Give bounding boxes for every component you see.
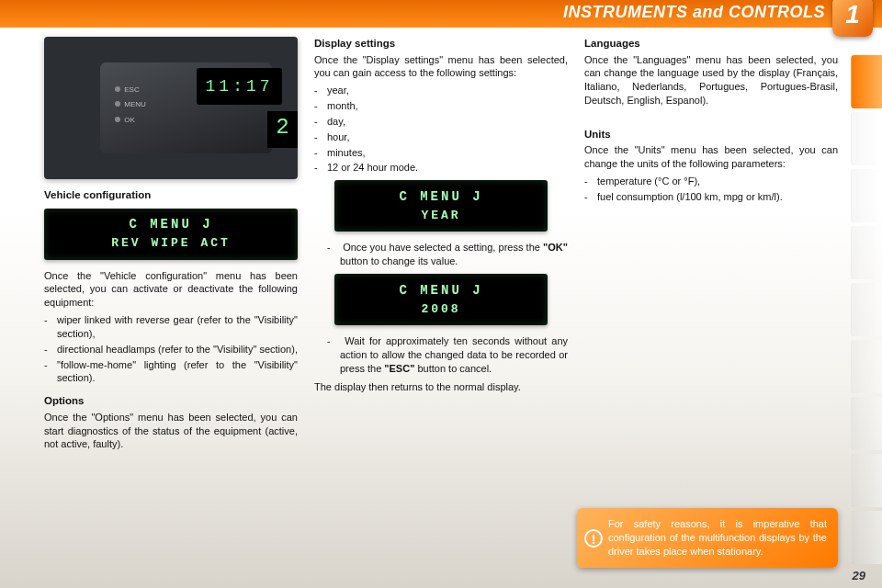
- list-item: 12 or 24 hour mode.: [314, 161, 568, 175]
- display-settings-outro: The display then returns to the normal d…: [314, 380, 568, 394]
- list-item: temperature (°C or °F),: [584, 175, 838, 188]
- content-columns: ESC MENU OK 11:17 2 Vehicle configuratio…: [44, 37, 838, 570]
- btn-ok-label: OK: [124, 116, 135, 124]
- side-tab: [851, 112, 882, 165]
- list-item: directional headlamps (refer to the "Vis…: [44, 343, 298, 356]
- lcd-line1: C MENU J: [399, 282, 482, 300]
- header-bar: INSTRUMENTS and CONTROLS 1: [0, 0, 882, 28]
- list-item: day,: [314, 115, 568, 129]
- safety-warning-box: ! For safety reasons, it is imperative t…: [577, 508, 838, 568]
- side-tabs: [851, 55, 882, 568]
- display-settings-list: year, month, day, hour, minutes, 12 or 2…: [314, 84, 568, 175]
- languages-heading: Languages: [584, 37, 838, 51]
- side-tab-active: [851, 55, 882, 108]
- options-body: Once the "Options" menu has been selecte…: [44, 411, 298, 452]
- units-heading: Units: [584, 128, 838, 142]
- column-left: ESC MENU OK 11:17 2 Vehicle configuratio…: [44, 37, 298, 570]
- vehicle-config-list: wiper linked with reverse gear (refer to…: [44, 313, 298, 385]
- display-settings-intro: Once the "Display settings" menu has bee…: [314, 53, 568, 81]
- lcd-menu-year: C MENU J YEAR: [334, 180, 548, 232]
- units-list: temperature (°C or °F), fuel consumption…: [584, 175, 838, 204]
- page-number: 29: [853, 569, 865, 582]
- side-tab: [851, 454, 882, 507]
- dashboard-buttons: ESC MENU OK: [115, 80, 146, 131]
- btn-esc-label: ESC: [124, 85, 139, 94]
- side-tab: [851, 397, 882, 450]
- step-bold: "OK": [543, 242, 568, 253]
- list-item: hour,: [314, 130, 568, 144]
- step-text: button to change its value.: [340, 255, 458, 266]
- vehicle-config-heading: Vehicle configuration: [44, 188, 298, 203]
- step-bold: "ESC": [384, 363, 414, 374]
- lcd-line2: REV WIPE ACT: [111, 235, 231, 252]
- lcd-menu-revwipe: C MENU J REV WIPE ACT: [44, 209, 298, 260]
- list-item: "follow-me-home" lighting (refer to the …: [44, 358, 298, 386]
- section-number-badge: 1: [832, 0, 873, 37]
- languages-body: Once the "Languages" menu has been selec…: [584, 53, 838, 107]
- dashboard-clock: 11:17: [197, 68, 283, 105]
- dashboard-digit-edge: 2: [267, 111, 298, 148]
- warning-text: For safety reasons, it is imperative tha…: [608, 518, 827, 557]
- step-esc: Wait for approximately ten seconds witho…: [327, 334, 568, 376]
- lcd-line2: YEAR: [421, 208, 460, 224]
- list-item: year,: [314, 84, 568, 97]
- lcd-line2: 2008: [421, 301, 460, 318]
- list-item: fuel consumption (l/100 km, mpg or km/l)…: [584, 190, 838, 204]
- step-list-1: Once you have selected a setting, press …: [327, 241, 568, 268]
- step-list-2: Wait for approximately ten seconds witho…: [327, 334, 568, 376]
- units-intro: Once the "Units" menu has been selected,…: [584, 143, 838, 171]
- side-tab: [851, 511, 882, 564]
- side-tab: [851, 283, 882, 336]
- step-text: button to cancel.: [414, 363, 492, 374]
- side-tab: [851, 340, 882, 393]
- btn-menu-label: MENU: [124, 100, 146, 108]
- header-title: INSTRUMENTS and CONTROLS: [563, 3, 825, 22]
- vehicle-config-intro: Once the "Vehicle configuration" menu ha…: [44, 269, 298, 311]
- lcd-line1: C MENU J: [399, 188, 482, 206]
- step-ok: Once you have selected a setting, press …: [327, 241, 568, 268]
- step-text: Once you have selected a setting, press …: [343, 242, 543, 253]
- dashboard-photo: ESC MENU OK 11:17 2: [44, 37, 298, 179]
- warning-icon: !: [584, 529, 603, 548]
- lcd-menu-2008: C MENU J 2008: [334, 274, 548, 325]
- list-item: month,: [314, 99, 568, 113]
- lcd-line1: C MENU J: [129, 216, 212, 233]
- display-settings-heading: Display settings: [314, 37, 568, 51]
- side-tab: [851, 226, 882, 279]
- manual-page: INSTRUMENTS and CONTROLS 1 ESC MENU OK 1…: [0, 0, 882, 588]
- list-item: wiper linked with reverse gear (refer to…: [44, 313, 298, 341]
- column-right: Languages Once the "Languages" menu has …: [584, 37, 838, 570]
- side-tab: [851, 169, 882, 222]
- column-middle: Display settings Once the "Display setti…: [314, 37, 568, 570]
- options-heading: Options: [44, 394, 298, 409]
- list-item: minutes,: [314, 146, 568, 160]
